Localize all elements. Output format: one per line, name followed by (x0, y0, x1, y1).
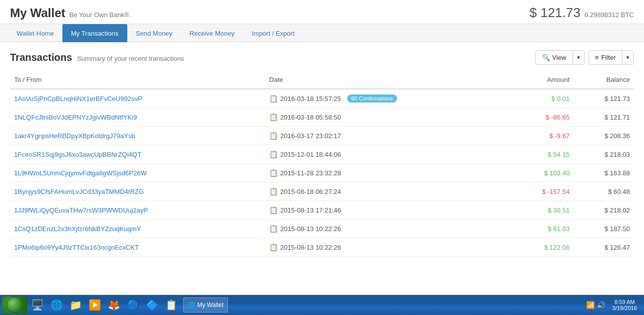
clock-time: 8:59 AM (612, 299, 637, 305)
address-cell: 1JJ9fWLiQyQEuvaTHw7rsW3PWWDUuj2ayP (10, 201, 265, 220)
taskbar-icon-app1[interactable]: 🔷 (143, 296, 161, 313)
view-icon: 🔍 (542, 54, 550, 61)
amount-cell: $ 61.03 (510, 220, 574, 238)
balance-cell: $ 126.47 (574, 238, 634, 257)
address-link[interactable]: 1Bynjys9CfsFAHumLvJCd33yaTMMD4tRZG (14, 188, 144, 195)
tab-import-export[interactable]: Import / Export (243, 24, 303, 42)
table-row: 1AoVuSjPnCpBLnqHiNX1erBFvCeU992svP📋2016-… (10, 89, 634, 108)
date-text: 2015-08-18 06:27:24 (280, 188, 341, 195)
taskbar-icon-windows[interactable]: 🖥️ (28, 296, 46, 313)
address-cell: 1L9HWnL5UnmCjqymvFdtga8gWSjsd6P26W (10, 164, 265, 182)
start-button[interactable] (2, 296, 27, 313)
tab-wallet-home[interactable]: Wallet Home (8, 24, 62, 42)
address-link[interactable]: 1L9HWnL5UnmCjqymvFdtga8gWSjsd6P26W (14, 169, 147, 177)
date-cell: 📋2015-08-13 10:22:26 (265, 220, 510, 238)
amount-cell: $ 122.06 (510, 238, 574, 257)
tx-icon: 📋 (269, 169, 277, 177)
address-cell: 1PMo6ip6o9Yy4J9zTTCix163ncgnEcxCKT (10, 238, 265, 257)
main-content: Transactions Summary of your recent tran… (0, 42, 644, 295)
address-link[interactable]: 1AoVuSjPnCpBLnqHiNX1erBFvCeU992svP (14, 95, 142, 102)
col-to-from: To / From (10, 73, 265, 89)
amount-cell: $ 0.01 (510, 89, 574, 108)
amount-cell: $ -157.54 (510, 182, 574, 201)
date-text: 2015-12-01 18:44:06 (280, 151, 341, 158)
filter-caret[interactable]: ▾ (622, 51, 633, 64)
tx-icon: 📋 (269, 94, 277, 102)
taskbar-clock[interactable]: 8:59 AM 3/19/2016 (609, 298, 640, 312)
taskbar-icon-app2[interactable]: 📋 (162, 296, 180, 313)
balance-cell: $ 163.88 (574, 164, 634, 182)
taskbar-icon-firefox[interactable]: 🦊 (105, 296, 123, 313)
active-app-label: My Wallet (197, 301, 223, 308)
date-text: 2015-08-13 10:22:26 (280, 244, 341, 251)
start-orb (7, 297, 23, 313)
balance-usd: $ 121.73 (529, 5, 580, 21)
tx-icon: 📋 (269, 225, 277, 233)
app-header: My Wallet Be Your Own Bank®. $ 121.73 0.… (0, 0, 644, 24)
date-cell: 📋2015-08-18 06:27:24 (265, 182, 510, 201)
address-link[interactable]: 1akr4YgnpsHeRBDpyXBpKotdrgJ79aYsb (14, 132, 135, 140)
col-balance: Balance (574, 73, 634, 89)
address-cell: 1AoVuSjPnCpBLnqHiNX1erBFvCeU992svP (10, 89, 265, 108)
system-tray: 📶 🔊 (586, 301, 605, 309)
filter-button-group: ≡ Filter ▾ (589, 50, 634, 65)
taskbar-icon-media[interactable]: ▶️ (86, 296, 104, 313)
date-cell: 📋2016-03-18 05:58:50 (265, 108, 510, 127)
table-row: 1NLQFcJtniBoVJdEPNYzJgivWBdNtfYKi9📋2016-… (10, 108, 634, 127)
balance-cell: $ 187.50 (574, 220, 634, 238)
address-cell: 1NLQFcJtniBoVJdEPNYzJgivWBdNtfYKi9 (10, 108, 265, 127)
balance-btc: 0.29898312 BTC (585, 11, 634, 19)
tx-icon: 📋 (269, 187, 277, 195)
header-left: My Wallet Be Your Own Bank®. (10, 6, 131, 20)
address-link[interactable]: 1NLQFcJtniBoVJdEPNYzJgivWBdNtfYKi9 (14, 114, 137, 121)
app-title: My Wallet (10, 6, 65, 20)
network-icon: 📶 (586, 301, 595, 309)
address-link[interactable]: 1PMo6ip6o9Yy4J9zTTCix163ncgnEcxCKT (14, 244, 139, 251)
amount-cell: $ -9.67 (510, 127, 574, 145)
amount-cell: $ 54.15 (510, 145, 574, 164)
address-cell: 1Bynjys9CfsFAHumLvJCd33yaTMMD4tRZG (10, 182, 265, 201)
view-button-group: 🔍 View ▾ (535, 50, 585, 65)
transactions-table: To / From Date Amount Balance 1AoVuSjPnC… (10, 73, 634, 257)
amount-cell: $ -86.65 (510, 108, 574, 127)
balance-cell: $ 121.73 (574, 89, 634, 108)
address-link[interactable]: 1FceoSR1Sqj9gsJ6xo3awcUpBBNrZQi4QT (14, 151, 141, 158)
confirmations-badge: 90 Confirmations (347, 94, 397, 102)
view-button[interactable]: 🔍 View (536, 51, 573, 64)
tab-receive-money[interactable]: Receive Money (181, 24, 244, 42)
table-header-row: To / From Date Amount Balance (10, 73, 634, 89)
address-link[interactable]: 1CsQ1zDEnzL2x3hXjfzr6NkBYZzuqKuqmY (14, 225, 141, 233)
address-link[interactable]: 1JJ9fWLiQyQEuvaTHw7rsW3PWWDUuj2ayP (14, 206, 148, 214)
tab-my-transactions[interactable]: My Transactions (62, 24, 127, 42)
amount-cell: $ 103.40 (510, 164, 574, 182)
active-app[interactable]: 🌐 My Wallet (183, 297, 228, 312)
filter-button[interactable]: ≡ Filter (589, 51, 622, 64)
address-cell: 1akr4YgnpsHeRBDpyXBpKotdrgJ79aYsb (10, 127, 265, 145)
taskbar: 🖥️ 🌐 📁 ▶️ 🦊 🔵 🔷 📋 🌐 My Wallet 📶 🔊 8:59 A… (0, 295, 644, 315)
balance-cell: $ 218.03 (574, 145, 634, 164)
taskbar-right: 📶 🔊 8:59 AM 3/19/2016 (586, 298, 642, 312)
date-text: 2016-03-17 23:02:17 (280, 132, 341, 140)
balance-cell: $ 218.02 (574, 201, 634, 220)
header-balance: $ 121.73 0.29898312 BTC (529, 5, 634, 21)
col-amount: Amount (510, 73, 574, 89)
address-cell: 1CsQ1zDEnzL2x3hXjfzr6NkBYZzuqKuqmY (10, 220, 265, 238)
date-cell: 📋2015-08-13 10:22:26 (265, 238, 510, 257)
app-subtitle: Be Your Own Bank®. (69, 11, 131, 19)
tx-icon: 📋 (269, 243, 277, 251)
tx-icon: 📋 (269, 150, 277, 158)
tab-send-money[interactable]: Send Money (127, 24, 181, 42)
taskbar-icon-folder[interactable]: 📁 (66, 296, 85, 313)
section-title-area: Transactions Summary of your recent tran… (10, 52, 184, 63)
clock-date: 3/19/2016 (612, 305, 637, 311)
balance-cell: $ 121.71 (574, 108, 634, 127)
table-row: 1FceoSR1Sqj9gsJ6xo3awcUpBBNrZQi4QT📋2015-… (10, 145, 634, 164)
filter-label: Filter (601, 54, 616, 61)
active-app-icon: 🌐 (188, 301, 195, 308)
view-caret[interactable]: ▾ (573, 51, 584, 64)
table-row: 1L9HWnL5UnmCjqymvFdtga8gWSjsd6P26W📋2015-… (10, 164, 634, 182)
taskbar-icon-ie[interactable]: 🌐 (47, 296, 65, 313)
taskbar-icon-chrome[interactable]: 🔵 (124, 296, 142, 313)
date-cell: 📋2015-12-01 18:44:06 (265, 145, 510, 164)
table-row: 1PMo6ip6o9Yy4J9zTTCix163ncgnEcxCKT📋2015-… (10, 238, 634, 257)
